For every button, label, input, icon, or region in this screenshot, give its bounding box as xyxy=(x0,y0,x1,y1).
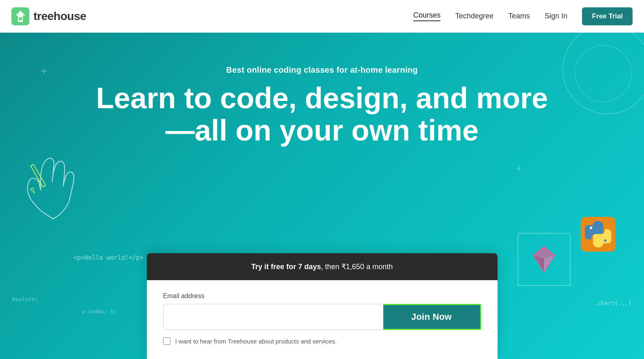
navbar: treehouse Courses Techdegree Teams Sign … xyxy=(0,0,644,33)
svg-point-6 xyxy=(604,239,606,242)
code-snippet-hello: <p>Hello world!</p> xyxy=(73,254,144,261)
chart-snippet: .chart{...} xyxy=(594,300,632,306)
treehouse-logo-icon xyxy=(11,7,29,25)
newsletter-checkbox[interactable] xyxy=(163,337,170,345)
email-label: Email address xyxy=(163,292,481,300)
svg-marker-3 xyxy=(30,187,35,194)
svg-rect-2 xyxy=(31,164,46,187)
nav-link-techdegree[interactable]: Techdegree xyxy=(455,12,494,20)
sketch-diamond-box xyxy=(518,233,571,286)
plus-icon-topleft: + xyxy=(41,65,47,78)
hero-subtitle: Best online coding classes for at-home l… xyxy=(226,65,418,75)
nav-links: Courses Techdegree Teams Sign In Free Tr… xyxy=(413,7,633,25)
nav-link-signin[interactable]: Sign In xyxy=(544,12,567,20)
plus-icon-mid: + xyxy=(516,163,522,174)
hero-section: + + <p>Hello world!</p> bsolute; z-index… xyxy=(0,33,644,359)
signup-card: Try it free for 7 days, then ₹1,650 a mo… xyxy=(147,253,498,359)
svg-point-1 xyxy=(19,17,22,20)
logo-area[interactable]: treehouse xyxy=(11,7,86,25)
code-snippet-zindex: z-index: 5; xyxy=(82,308,117,314)
email-input[interactable] xyxy=(163,304,383,330)
trial-text-bold: Try it free for 7 days xyxy=(251,263,321,271)
newsletter-label[interactable]: I want to hear from Treehouse about prod… xyxy=(175,338,337,345)
input-row: Join Now xyxy=(163,304,481,330)
svg-point-5 xyxy=(590,227,592,229)
nav-link-teams[interactable]: Teams xyxy=(508,12,530,20)
deco-circle-inner xyxy=(575,45,632,102)
trial-text-rest: , then ₹1,650 a month xyxy=(321,263,393,271)
card-header: Try it free for 7 days, then ₹1,650 a mo… xyxy=(147,253,498,280)
hero-title: Learn to code, design, and more—all on y… xyxy=(77,82,567,147)
free-trial-button[interactable]: Free Trial xyxy=(582,7,633,25)
card-body: Email address Join Now I want to hear fr… xyxy=(147,280,498,359)
trial-text: Try it free for 7 days, then ₹1,650 a mo… xyxy=(163,262,481,271)
python-icon xyxy=(581,217,615,253)
checkbox-row: I want to hear from Treehouse about prod… xyxy=(163,337,481,345)
join-now-button[interactable]: Join Now xyxy=(383,304,481,330)
brand-name: treehouse xyxy=(33,10,86,23)
nav-link-courses[interactable]: Courses xyxy=(413,11,440,21)
code-snippet-absolute: bsolute; xyxy=(12,296,38,302)
hand-illustration xyxy=(8,129,90,229)
